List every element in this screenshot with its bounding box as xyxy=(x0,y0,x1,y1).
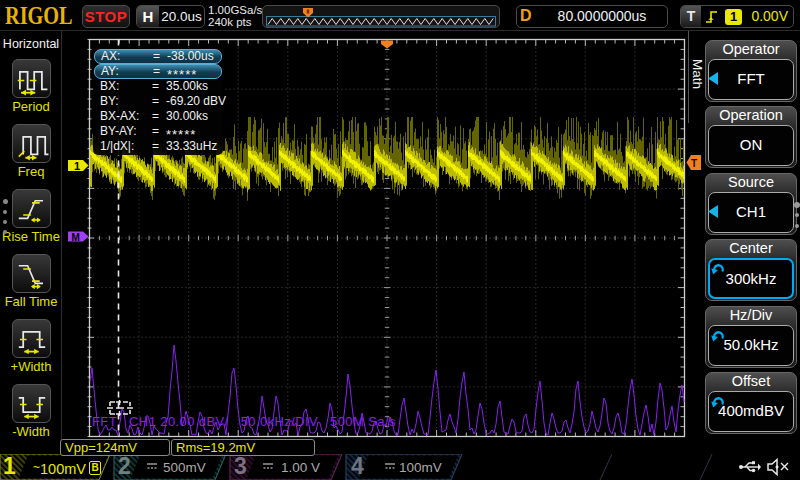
svg-text:1: 1 xyxy=(74,160,80,172)
svg-text:M: M xyxy=(72,232,80,243)
svg-text:T: T xyxy=(691,158,697,169)
svg-text:FFT CH1 20.00 dBV/ 50.0kHz: FFT CH1 20.00 dBV/ 50.0kHz/DIV 500M Sa/s xyxy=(92,414,396,429)
